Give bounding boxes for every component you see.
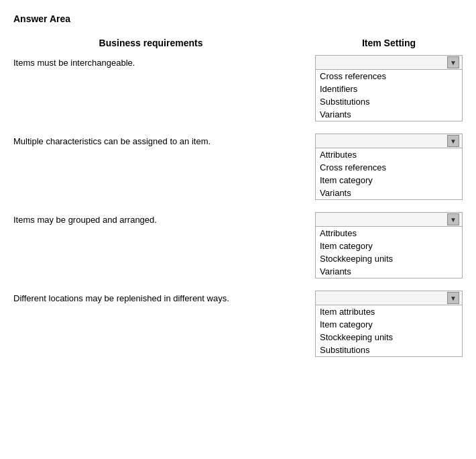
dropdown-option-1-2[interactable]: Identifiers	[316, 83, 462, 95]
table-header: Business requirements Item Setting	[13, 38, 463, 48]
answer-area: Answer Area Business requirements Item S…	[13, 13, 463, 357]
dropdown-option-2-4[interactable]: Variants	[316, 187, 462, 199]
dropdown-option-4-1[interactable]: Item attributes	[316, 305, 462, 318]
main-table: Business requirements Item Setting Items…	[13, 38, 463, 357]
business-req-3: Items may be grouped and arranged.	[13, 212, 315, 225]
table-row: Multiple characteristics can be assigned…	[13, 134, 463, 200]
business-req-1: Items must be interchangeable.	[13, 55, 315, 68]
dropdown-option-3-4[interactable]: Variants	[316, 265, 462, 278]
dropdown-container-1: ▼Cross referencesIdentifiersSubstitution…	[315, 55, 463, 121]
dropdown-options-1: Cross referencesIdentifiersSubstitutions…	[315, 70, 463, 121]
dropdown-option-1-1[interactable]: Cross references	[316, 70, 462, 83]
dropdown-option-2-3[interactable]: Item category	[316, 174, 462, 187]
table-row: Items may be grouped and arranged.▼Attri…	[13, 212, 463, 278]
dropdown-container-3: ▼AttributesItem categoryStockkeeping uni…	[315, 212, 463, 278]
table-row: Different locations may be replenished i…	[13, 291, 463, 357]
dropdown-option-3-1[interactable]: Attributes	[316, 227, 462, 240]
dropdown-options-4: Item attributesItem categoryStockkeeping…	[315, 305, 463, 357]
dropdown-options-2: AttributesCross referencesItem categoryV…	[315, 148, 463, 200]
dropdown-options-3: AttributesItem categoryStockkeeping unit…	[315, 227, 463, 278]
chevron-down-icon-2: ▼	[447, 135, 459, 147]
chevron-down-icon-4: ▼	[447, 292, 459, 304]
dropdown-select-3[interactable]: ▼	[315, 212, 463, 227]
dropdown-option-3-2[interactable]: Item category	[316, 240, 462, 252]
dropdown-option-4-4[interactable]: Substitutions	[316, 344, 462, 356]
page-title: Answer Area	[13, 13, 463, 24]
dropdown-option-4-3[interactable]: Stockkeeping units	[316, 331, 462, 344]
business-column-header: Business requirements	[13, 38, 315, 48]
business-req-4: Different locations may be replenished i…	[13, 291, 315, 303]
business-req-2: Multiple characteristics can be assigned…	[13, 134, 315, 146]
chevron-down-icon-1: ▼	[447, 56, 459, 68]
chevron-down-icon-3: ▼	[447, 213, 459, 225]
dropdown-select-4[interactable]: ▼	[315, 291, 463, 305]
rows-container: Items must be interchangeable.▼Cross ref…	[13, 55, 463, 357]
dropdown-option-1-4[interactable]: Variants	[316, 108, 462, 121]
dropdown-option-2-2[interactable]: Cross references	[316, 161, 462, 174]
dropdown-container-2: ▼AttributesCross referencesItem category…	[315, 134, 463, 200]
table-row: Items must be interchangeable.▼Cross ref…	[13, 55, 463, 121]
dropdown-select-1[interactable]: ▼	[315, 55, 463, 70]
dropdown-option-4-2[interactable]: Item category	[316, 318, 462, 331]
dropdown-container-4: ▼Item attributesItem categoryStockkeepin…	[315, 291, 463, 357]
dropdown-option-3-3[interactable]: Stockkeeping units	[316, 252, 462, 265]
dropdown-option-2-1[interactable]: Attributes	[316, 148, 462, 161]
dropdown-select-2[interactable]: ▼	[315, 134, 463, 148]
dropdown-option-1-3[interactable]: Substitutions	[316, 95, 462, 108]
setting-column-header: Item Setting	[315, 38, 463, 48]
